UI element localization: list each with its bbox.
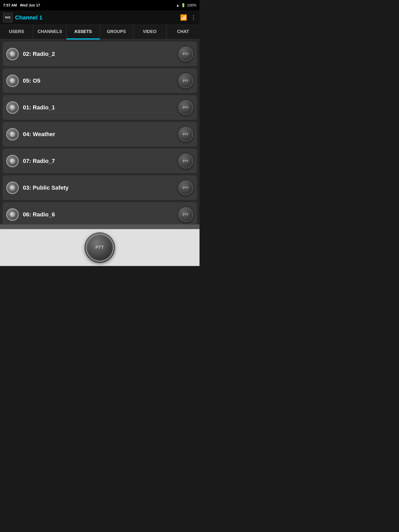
app-logo: NVS — [3, 13, 12, 22]
channel-name: 06: Radio_6 — [23, 211, 55, 218]
channels-list: 02: Radio_2PTT05: O5PTT01: Radio_1PTT04:… — [0, 39, 200, 224]
ptt-channel-button[interactable]: PTT — [178, 73, 193, 88]
tab-video[interactable]: VIDEO — [133, 25, 167, 39]
ptt-channel-label: PTT — [183, 133, 189, 136]
channel-name: 02: Radio_2 — [23, 51, 55, 57]
channel-row[interactable]: 06: Radio_6PTT — [3, 202, 197, 224]
status-indicators: ▲ 🔋 100% — [176, 3, 196, 7]
tab-assets[interactable]: ASSETS — [66, 25, 100, 39]
status-time: 7:57 AM — [3, 3, 17, 7]
signal-icon[interactable]: 📶 — [180, 14, 187, 21]
ptt-channel-label: PTT — [183, 79, 189, 82]
channel-row[interactable]: 04: WeatherPTT — [3, 122, 197, 147]
header: NVS Channel 1 📶 ⋮ — [0, 10, 200, 25]
radio-button-inner — [10, 78, 15, 83]
tab-users[interactable]: USERS — [0, 25, 33, 39]
channel-name: 01: Radio_1 — [23, 104, 55, 111]
radio-select-button[interactable] — [6, 182, 19, 194]
status-date: Wed Jun 17 — [20, 3, 40, 7]
wifi-icon: ▲ — [176, 3, 179, 7]
radio-select-button[interactable] — [6, 128, 19, 141]
radio-button-inner — [10, 51, 15, 57]
header-title: Channel 1 — [15, 14, 42, 21]
header-right: 📶 ⋮ — [180, 14, 196, 21]
channel-row[interactable]: 03: Public SafetyPTT — [3, 175, 197, 200]
channel-left-2: 01: Radio_1 — [6, 101, 55, 114]
status-bar: 7:57 AM Wed Jun 17 ▲ 🔋 100% — [0, 0, 200, 10]
channel-left-3: 04: Weather — [6, 128, 55, 141]
ptt-channel-button[interactable]: PTT — [178, 46, 193, 62]
battery-level: 100% — [187, 3, 196, 7]
channel-left-1: 05: O5 — [6, 75, 40, 87]
ptt-main-label: PTT — [95, 245, 104, 250]
radio-button-inner — [10, 105, 15, 110]
channel-row[interactable]: 01: Radio_1PTT — [3, 95, 197, 120]
tab-channels[interactable]: CHANNELS — [33, 25, 66, 39]
channel-name: 03: Public Safety — [23, 184, 69, 191]
channel-left-5: 03: Public Safety — [6, 182, 69, 194]
radio-button-inner — [10, 185, 15, 190]
ptt-channel-label: PTT — [183, 52, 189, 56]
ptt-channel-button[interactable]: PTT — [178, 127, 193, 142]
ptt-channel-button[interactable]: PTT — [178, 100, 193, 115]
channel-name: 07: Radio_7 — [23, 158, 55, 164]
radio-button-inner — [10, 158, 15, 164]
channel-left-0: 02: Radio_2 — [6, 48, 55, 60]
radio-select-button[interactable] — [6, 48, 19, 60]
status-time-date: 7:57 AM Wed Jun 17 — [3, 3, 40, 7]
radio-select-button[interactable] — [6, 101, 19, 114]
channel-row[interactable]: 02: Radio_2PTT — [3, 42, 197, 66]
channel-left-4: 07: Radio_7 — [6, 155, 55, 167]
ptt-channel-label: PTT — [183, 186, 189, 189]
channel-row[interactable]: 05: O5PTT — [3, 68, 197, 93]
more-options-icon[interactable]: ⋮ — [191, 14, 196, 21]
header-left: NVS Channel 1 — [3, 13, 42, 22]
bottom-area: PTT — [0, 224, 200, 266]
radio-select-button[interactable] — [6, 155, 19, 167]
radio-button-inner — [10, 132, 15, 137]
ptt-channel-button[interactable]: PTT — [178, 154, 193, 169]
bottom-bar-divider — [0, 224, 200, 229]
ptt-channel-button[interactable]: PTT — [178, 207, 193, 222]
channel-row[interactable]: 07: Radio_7PTT — [3, 149, 197, 173]
ptt-channel-label: PTT — [183, 106, 189, 109]
radio-button-inner — [10, 212, 15, 217]
ptt-main-button[interactable]: PTT — [85, 233, 114, 262]
channel-name: 05: O5 — [23, 77, 40, 84]
battery-icon: 🔋 — [181, 3, 185, 7]
channel-name: 04: Weather — [23, 131, 55, 138]
ptt-channel-button[interactable]: PTT — [178, 180, 193, 195]
tab-groups[interactable]: GROUPS — [100, 25, 133, 39]
radio-select-button[interactable] — [6, 208, 19, 221]
channel-left-6: 06: Radio_6 — [6, 208, 55, 221]
ptt-channel-label: PTT — [183, 213, 189, 216]
radio-select-button[interactable] — [6, 75, 19, 87]
ptt-channel-label: PTT — [183, 159, 189, 163]
tab-chat[interactable]: CHAT — [167, 25, 200, 39]
tab-bar: USERSCHANNELSASSETSGROUPSVIDEOCHAT — [0, 25, 200, 39]
